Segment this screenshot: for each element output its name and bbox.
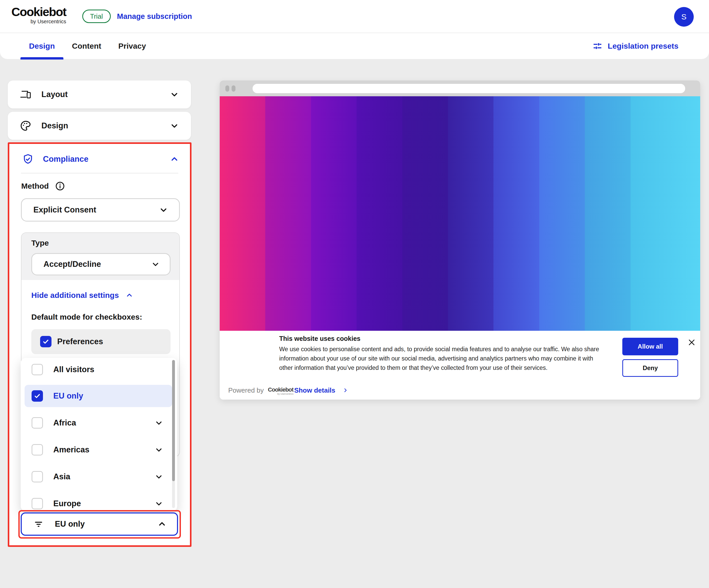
banner-title: This website uses cookies [279, 335, 606, 342]
dropdown-option-africa[interactable]: Africa [21, 410, 177, 435]
dropdown-scrollbar[interactable] [172, 360, 175, 508]
cookie-consent-banner: This website uses cookies We use cookies… [220, 331, 700, 400]
browser-chrome-bar [220, 80, 700, 96]
asia-checkbox[interactable] [32, 471, 43, 482]
manage-subscription-link[interactable]: Manage subscription [117, 0, 192, 33]
chevron-down-icon [170, 121, 179, 130]
user-avatar[interactable]: S [674, 7, 694, 27]
dropdown-option-all-visitors[interactable]: All visitors [21, 358, 177, 382]
allow-all-button[interactable]: Allow all [622, 338, 678, 355]
sliders-icon [592, 41, 603, 51]
preferences-checkbox-row[interactable]: Preferences [31, 329, 170, 354]
method-label-row: Method [21, 181, 65, 191]
tab-design[interactable]: Design [21, 33, 63, 59]
browser-dot-icon [226, 85, 229, 92]
method-select[interactable]: Explicit Consent [21, 198, 180, 222]
divider [21, 173, 178, 173]
shield-check-icon [22, 153, 34, 165]
cookiebot-logo: Cookiebot by Usercentrics [11, 6, 66, 25]
default-mode-label: Default mode for checkboxes: [31, 313, 142, 322]
tab-content[interactable]: Content [63, 33, 110, 59]
tabs: Design Content Privacy [21, 33, 155, 59]
sidebar-section-compliance[interactable]: Compliance [22, 151, 179, 168]
type-label: Type [31, 239, 49, 248]
palette-icon [20, 120, 32, 132]
sidebar-section-layout[interactable]: Layout [8, 80, 191, 108]
preview-browser-window: This website uses cookies We use cookies… [220, 80, 700, 400]
app-header: Cookiebot by Usercentrics Trial Manage s… [0, 0, 709, 33]
europe-checkbox[interactable] [32, 498, 43, 509]
powered-by-label: Powered by [228, 386, 264, 394]
logo-title: Cookiebot [11, 6, 66, 18]
preview-website-gradient [220, 96, 700, 331]
region-dropdown-menu: All visitors EU only Africa Americas [21, 358, 177, 511]
compliance-section-label: Compliance [43, 154, 88, 164]
method-label: Method [21, 182, 49, 190]
chevron-down-icon[interactable] [155, 445, 163, 454]
show-details-link[interactable]: Show details [294, 386, 335, 394]
browser-url-bar[interactable] [253, 84, 685, 93]
region-select-trigger[interactable]: EU only [21, 512, 178, 536]
trial-badge: Trial [82, 9, 111, 23]
tab-privacy[interactable]: Privacy [110, 33, 155, 59]
chevron-up-icon [170, 154, 179, 164]
dropdown-scrollbar-thumb[interactable] [172, 360, 175, 481]
tab-bar: Design Content Privacy Legislation prese… [0, 33, 709, 59]
chevron-down-icon [151, 260, 160, 269]
chevron-down-icon[interactable] [155, 499, 163, 508]
dropdown-option-americas[interactable]: Americas [21, 437, 177, 462]
preferences-label: Preferences [57, 337, 103, 346]
hide-additional-settings-link[interactable]: Hide additional settings [31, 291, 133, 300]
powered-by-row: Powered by Cookiebot by Usercentrics Sho… [228, 384, 348, 397]
cookiebot-admin-app: Cookiebot by Usercentrics Trial Manage s… [0, 0, 709, 588]
dropdown-option-europe[interactable]: Europe [21, 491, 177, 511]
type-select[interactable]: Accept/Decline [31, 253, 170, 275]
chevron-down-icon [159, 205, 168, 214]
preferences-checkbox[interactable] [40, 336, 52, 347]
close-icon[interactable] [687, 338, 696, 347]
chevron-down-icon[interactable] [155, 418, 163, 427]
dropdown-option-asia[interactable]: Asia [21, 464, 177, 489]
chevron-up-icon [126, 291, 133, 299]
chevron-up-icon [157, 519, 167, 529]
design-section-label: Design [42, 121, 68, 130]
all-visitors-checkbox[interactable] [32, 364, 43, 375]
deny-button[interactable]: Deny [622, 359, 678, 377]
sidebar-section-design[interactable]: Design [8, 112, 191, 140]
trial-badge-label: Trial [90, 12, 103, 21]
dropdown-option-eu-only[interactable]: EU only [25, 385, 172, 407]
americas-checkbox[interactable] [32, 444, 43, 456]
layout-section-label: Layout [42, 90, 68, 99]
type-section: Type Accept/Decline [22, 233, 179, 280]
logo-subtitle: by Usercentrics [11, 19, 66, 25]
cookiebot-mini-logo: Cookiebot by Usercentrics [268, 387, 293, 395]
legislation-presets-button[interactable]: Legislation presets [592, 33, 679, 59]
africa-checkbox[interactable] [32, 417, 43, 429]
chevron-down-icon[interactable] [155, 472, 163, 481]
banner-body: We use cookies to personalise content an… [279, 344, 606, 373]
filter-icon [34, 519, 44, 529]
chevron-down-icon [170, 90, 179, 99]
info-icon[interactable] [55, 181, 65, 191]
eu-only-checkbox[interactable] [32, 390, 43, 402]
layout-devices-icon [20, 88, 32, 100]
banner-text-block: This website uses cookies We use cookies… [279, 335, 606, 373]
browser-dot-icon [232, 85, 235, 92]
chevron-right-icon [343, 387, 348, 393]
